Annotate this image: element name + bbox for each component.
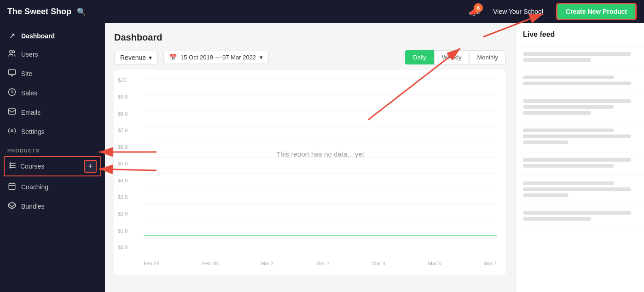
feed-line bbox=[523, 140, 569, 144]
header-left: The Sweet Shop 🔍 bbox=[7, 7, 86, 17]
svg-rect-10 bbox=[9, 183, 15, 190]
x-label-mar4: Mar 4 bbox=[372, 261, 385, 266]
dashboard-icon: ↗ bbox=[7, 31, 17, 40]
sidebar-item-courses[interactable]: Courses + bbox=[4, 156, 101, 176]
feed-line bbox=[523, 158, 631, 162]
dropdown-chevron-icon: ▾ bbox=[149, 54, 152, 61]
metric-dropdown[interactable]: Revenue ▾ bbox=[114, 51, 158, 64]
x-label-mar5: Mar 5 bbox=[428, 261, 441, 266]
add-course-button[interactable]: + bbox=[84, 160, 97, 173]
chart-area: $10 $9.0 $8.0 $7.0 $6.0 $5.0 $4.0 $3.0 $… bbox=[114, 70, 506, 275]
x-label-feb28a: Feb 28 bbox=[144, 261, 159, 266]
no-data-message: This report has no data... yet bbox=[276, 150, 364, 158]
search-icon[interactable]: 🔍 bbox=[77, 7, 86, 16]
svg-point-1 bbox=[13, 51, 15, 53]
feed-item bbox=[516, 47, 644, 70]
y-label-2: $2.0 bbox=[118, 211, 128, 216]
svg-point-5 bbox=[11, 130, 13, 132]
app-header: The Sweet Shop 🔍 📣 6 View Your School Cr… bbox=[0, 0, 644, 23]
users-icon bbox=[7, 49, 17, 59]
chart-svg bbox=[144, 79, 497, 254]
svg-rect-4 bbox=[9, 109, 16, 114]
products-section-label: PRODUCTS bbox=[0, 141, 105, 155]
page-title: Dashboard bbox=[114, 32, 506, 43]
feed-line bbox=[523, 134, 631, 138]
y-label-7: $7.0 bbox=[118, 128, 128, 133]
main-content: Dashboard Revenue ▾ 📅 15 Oct 2019 — 07 M… bbox=[105, 23, 644, 292]
y-label-4: $4.0 bbox=[118, 178, 128, 183]
feed-item bbox=[516, 176, 644, 205]
sidebar-item-bundles[interactable]: Bundles bbox=[0, 197, 105, 216]
feed-item bbox=[516, 205, 644, 229]
y-label-1: $1.0 bbox=[118, 228, 128, 234]
y-label-5: $5.0 bbox=[118, 161, 128, 166]
dashboard-panel: Dashboard Revenue ▾ 📅 15 Oct 2019 — 07 M… bbox=[105, 23, 515, 292]
y-label-8: $8.0 bbox=[118, 111, 128, 117]
sidebar-item-users[interactable]: Users bbox=[0, 45, 105, 64]
sidebar-item-site[interactable]: Site bbox=[0, 64, 105, 83]
courses-icon bbox=[8, 161, 17, 171]
create-product-button[interactable]: Create New Product bbox=[556, 3, 637, 20]
feed-line bbox=[523, 58, 591, 62]
feed-line bbox=[523, 217, 591, 221]
period-daily-button[interactable]: Daily bbox=[405, 50, 434, 64]
app-body: ↗ Dashboard Users Site bbox=[0, 23, 644, 292]
svg-rect-2 bbox=[9, 70, 16, 75]
live-feed-panel: Live feed bbox=[515, 23, 644, 292]
date-range-value: 15 Oct 2019 — 07 Mar 2022 bbox=[180, 54, 256, 61]
sales-icon bbox=[7, 88, 17, 98]
feed-line bbox=[523, 187, 631, 191]
feed-item bbox=[516, 152, 644, 176]
feed-line bbox=[523, 193, 569, 197]
chart-svg-container: This report has no data... yet Feb 28 Fe… bbox=[144, 79, 497, 266]
feed-item bbox=[516, 70, 644, 93]
feed-line bbox=[523, 111, 591, 115]
x-label-mar7: Mar 7 bbox=[484, 261, 497, 266]
view-school-button[interactable]: View Your School bbox=[487, 5, 549, 18]
y-label-9: $9.0 bbox=[118, 94, 128, 99]
app-logo: The Sweet Shop bbox=[7, 7, 71, 17]
feed-line bbox=[523, 82, 631, 85]
site-icon bbox=[7, 69, 17, 79]
feed-line bbox=[523, 76, 614, 79]
chart-controls: Revenue ▾ 📅 15 Oct 2019 — 07 Mar 2022 ▾ … bbox=[114, 50, 506, 64]
notification-badge: 6 bbox=[474, 3, 483, 12]
sidebar-item-coaching[interactable]: Coaching bbox=[0, 177, 105, 197]
period-weekly-button[interactable]: Weekly bbox=[434, 50, 469, 64]
feed-line bbox=[523, 128, 614, 132]
emails-icon bbox=[7, 107, 17, 117]
y-label-0: $0.0 bbox=[118, 245, 128, 250]
feed-line bbox=[523, 164, 614, 168]
x-label-feb28b: Feb 28 bbox=[202, 261, 218, 266]
period-monthly-button[interactable]: Monthly bbox=[469, 50, 506, 64]
header-right: 📣 6 View Your School Create New Product bbox=[469, 3, 637, 20]
feed-line bbox=[523, 211, 631, 215]
date-range-chevron-icon: ▾ bbox=[260, 54, 263, 61]
x-axis: Feb 28 Feb 28 Mar 2 Mar 3 Mar 4 Mar 5 Ma… bbox=[144, 258, 497, 266]
settings-icon bbox=[7, 127, 17, 137]
x-label-mar3: Mar 3 bbox=[317, 261, 330, 266]
period-buttons: Daily Weekly Monthly bbox=[405, 50, 506, 64]
date-range-picker[interactable]: 📅 15 Oct 2019 — 07 Mar 2022 ▾ bbox=[163, 51, 269, 64]
x-label-mar2: Mar 2 bbox=[261, 261, 273, 266]
svg-point-0 bbox=[10, 50, 12, 53]
courses-label: Courses bbox=[20, 163, 84, 170]
bundles-icon bbox=[7, 201, 17, 211]
feed-line bbox=[523, 181, 614, 185]
sidebar-item-emails[interactable]: Emails bbox=[0, 103, 105, 122]
feed-line bbox=[523, 105, 614, 109]
calendar-icon: 📅 bbox=[169, 54, 177, 61]
metric-label: Revenue bbox=[120, 54, 146, 61]
sidebar-item-sales[interactable]: Sales bbox=[0, 83, 105, 103]
sidebar: ↗ Dashboard Users Site bbox=[0, 23, 105, 292]
sidebar-item-settings[interactable]: Settings bbox=[0, 122, 105, 141]
feed-item bbox=[516, 123, 644, 152]
live-feed-header: Live feed bbox=[516, 23, 644, 47]
y-label-6: $6.0 bbox=[118, 144, 128, 150]
feed-line bbox=[523, 52, 631, 56]
sidebar-nav: ↗ Dashboard Users Site bbox=[0, 23, 105, 220]
notification-bell[interactable]: 📣 6 bbox=[469, 6, 480, 17]
y-label-10: $10 bbox=[118, 77, 128, 83]
y-label-3: $3.0 bbox=[118, 194, 128, 200]
sidebar-item-dashboard[interactable]: ↗ Dashboard bbox=[0, 27, 105, 45]
